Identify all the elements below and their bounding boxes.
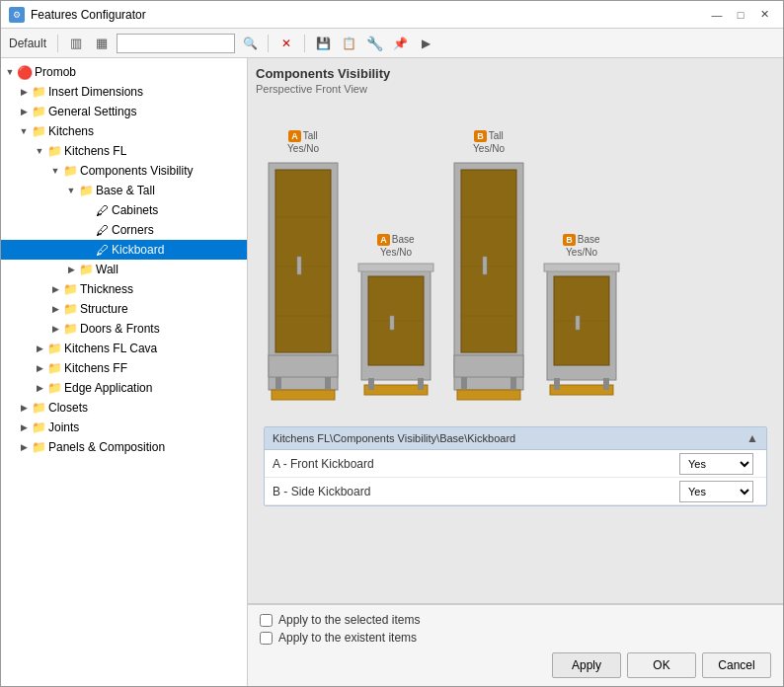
preview-subtitle: Perspective Front View <box>256 83 775 95</box>
tree-item-kitchens[interactable]: ▼ 📁 Kitchens <box>1 121 247 141</box>
tree-label-kitchens: Kitchens <box>48 121 94 141</box>
checkbox-apply-existent[interactable] <box>260 632 273 645</box>
svg-rect-9 <box>325 377 331 390</box>
property-select-side-kickboard[interactable]: Yes No <box>679 481 753 502</box>
bottom-bar: Apply to the selected items Apply to the… <box>248 604 783 686</box>
expand-insert-dimensions[interactable]: ▶ <box>17 85 31 99</box>
tree-item-panels-composition[interactable]: ▶ 📁 Panels & Composition <box>1 437 247 457</box>
checkbox-apply-selected[interactable] <box>260 614 273 627</box>
expand-kitchens-ff[interactable]: ▶ <box>33 361 46 375</box>
toolbar-grid-btn[interactable]: ▥ <box>65 33 87 54</box>
maximize-button[interactable]: □ <box>730 6 751 24</box>
tree-item-kitchens-ff[interactable]: ▶ 📁 Kitchens FF <box>1 358 247 378</box>
expand-kitchens[interactable]: ▼ <box>17 124 31 138</box>
toolbar-copy-btn[interactable]: 📋 <box>338 33 359 54</box>
expand-components-visibility[interactable]: ▼ <box>48 164 62 178</box>
svg-rect-35 <box>603 378 609 390</box>
tree-item-thickness[interactable]: ▶ 📁 Thickness <box>1 279 247 299</box>
tree-item-wall[interactable]: ▶ 📁 Wall <box>1 260 247 279</box>
apply-button[interactable]: Apply <box>552 652 621 678</box>
toolbar-pin-btn[interactable]: 📌 <box>389 33 411 54</box>
tree-item-base-tall[interactable]: ▼ 📁 Base & Tall <box>1 181 247 200</box>
tree-item-doors-fronts[interactable]: ▶ 📁 Doors & Fronts <box>1 319 247 339</box>
expand-closets[interactable]: ▶ <box>17 401 31 415</box>
main-window: ⚙ Features Configurator — □ ✕ Default ▥ … <box>0 0 784 687</box>
tree-item-joints[interactable]: ▶ 📁 Joints <box>1 418 247 437</box>
toolbar-table-btn[interactable]: ▦ <box>91 33 113 54</box>
expand-joints[interactable]: ▶ <box>17 420 31 434</box>
tree-icon-doors-fronts: 📁 <box>62 321 78 337</box>
tree-item-components-visibility[interactable]: ▼ 📁 Components Visibility <box>1 161 247 181</box>
ok-button[interactable]: OK <box>627 652 696 678</box>
minimize-button[interactable]: — <box>706 6 728 24</box>
expand-base-tall[interactable]: ▼ <box>64 184 78 197</box>
toolbar: Default ▥ ▦ 🔍 ✕ 💾 📋 🔧 📌 ▶ <box>1 29 783 58</box>
expand-kitchens-fl[interactable]: ▼ <box>33 144 46 158</box>
svg-rect-7 <box>272 390 335 400</box>
tree-item-promob[interactable]: ▼ 🔴 Promob <box>1 62 247 82</box>
title-bar: ⚙ Features Configurator — □ ✕ <box>1 1 783 29</box>
expand-edge-application[interactable]: ▶ <box>33 381 46 395</box>
cancel-button[interactable]: Cancel <box>702 652 771 678</box>
tree-item-kitchens-fl[interactable]: ▼ 📁 Kitchens FL <box>1 141 247 161</box>
property-label-front-kickboard: A - Front Kickboard <box>273 457 679 471</box>
tree-icon-base-tall: 📁 <box>78 183 94 198</box>
toolbar-run-btn[interactable]: ▶ <box>415 33 436 54</box>
cabinet-svg-a-base <box>356 262 435 415</box>
svg-rect-23 <box>483 257 487 274</box>
expand-doors-fronts[interactable]: ▶ <box>48 322 62 336</box>
tree-item-general-settings[interactable]: ▶ 📁 General Settings <box>1 102 247 121</box>
expand-panels-composition[interactable]: ▶ <box>17 440 31 454</box>
toolbar-search-btn[interactable]: 🔍 <box>239 33 261 54</box>
toolbar-grid-icon: ▥ <box>70 36 82 50</box>
tree-item-kickboard[interactable]: 🖊 Kickboard <box>1 240 247 260</box>
expand-structure[interactable]: ▶ <box>48 302 62 316</box>
tree-label-panels-composition: Panels & Composition <box>48 437 165 457</box>
svg-rect-1 <box>275 170 331 352</box>
expand-promob[interactable]: ▼ <box>3 65 17 79</box>
property-select-front-kickboard[interactable]: Yes No <box>679 453 753 475</box>
search-input[interactable] <box>117 34 235 53</box>
expand-wall[interactable]: ▶ <box>64 263 78 276</box>
close-button[interactable]: ✕ <box>753 6 775 24</box>
yesno-b-base: Yes/No <box>566 247 597 258</box>
yesno-a-tall: Yes/No <box>287 143 319 154</box>
toolbar-config-btn[interactable]: 🔧 <box>363 33 385 54</box>
tree-icon-thickness: 📁 <box>62 281 78 297</box>
tree-label-corners: Corners <box>112 220 154 240</box>
tree-item-corners[interactable]: 🖊 Corners <box>1 220 247 240</box>
toolbar-table-icon: ▦ <box>96 36 108 50</box>
toolbar-save-btn[interactable]: 💾 <box>312 33 334 54</box>
tree-item-cabinets[interactable]: 🖊 Cabinets <box>1 200 247 220</box>
tree-item-kitchens-fl-cava[interactable]: ▶ 📁 Kitchens FL Cava <box>1 339 247 358</box>
tree-label-components-visibility: Components Visibility <box>80 161 194 181</box>
expand-kitchens-fl-cava[interactable]: ▶ <box>33 342 46 355</box>
tree-icon-insert-dimensions: 📁 <box>31 84 46 100</box>
toolbar-delete-btn[interactable]: ✕ <box>275 33 297 54</box>
tree-item-structure[interactable]: ▶ 📁 Structure <box>1 299 247 319</box>
properties-panel: Kitchens FL\Components Visibility\Base\K… <box>264 426 767 506</box>
tree-label-base-tall: Base & Tall <box>96 181 155 200</box>
expand-thickness[interactable]: ▶ <box>48 282 62 296</box>
property-row-front-kickboard: A - Front Kickboard Yes No <box>265 450 766 478</box>
label-a-base: ABase <box>377 234 414 245</box>
toolbar-default-label: Default <box>9 37 46 50</box>
checkbox-label-selected: Apply to the selected items <box>278 613 420 627</box>
preview-title: Components Visibility <box>256 66 775 81</box>
tree-icon-structure: 📁 <box>62 301 78 317</box>
tree-item-insert-dimensions[interactable]: ▶ 📁 Insert Dimensions <box>1 82 247 102</box>
tree-icon-joints: 📁 <box>31 420 46 435</box>
tree-item-closets[interactable]: ▶ 📁 Closets <box>1 398 247 418</box>
badge-a-2: A <box>377 234 390 246</box>
save-icon: 💾 <box>316 37 331 50</box>
properties-collapse-button[interactable]: ▲ <box>746 431 758 445</box>
svg-rect-8 <box>275 377 281 390</box>
label-b-tall: BTall <box>474 130 504 141</box>
yesno-b-tall: Yes/No <box>473 143 505 154</box>
expand-general-settings[interactable]: ▶ <box>17 105 31 118</box>
title-bar-controls: — □ ✕ <box>706 6 775 24</box>
tree-icon-kitchens-fl-cava: 📁 <box>46 341 62 356</box>
cabinet-svg-b-tall <box>449 158 528 415</box>
tree-item-edge-application[interactable]: ▶ 📁 Edge Application <box>1 378 247 398</box>
badge-b-2: B <box>563 234 576 246</box>
